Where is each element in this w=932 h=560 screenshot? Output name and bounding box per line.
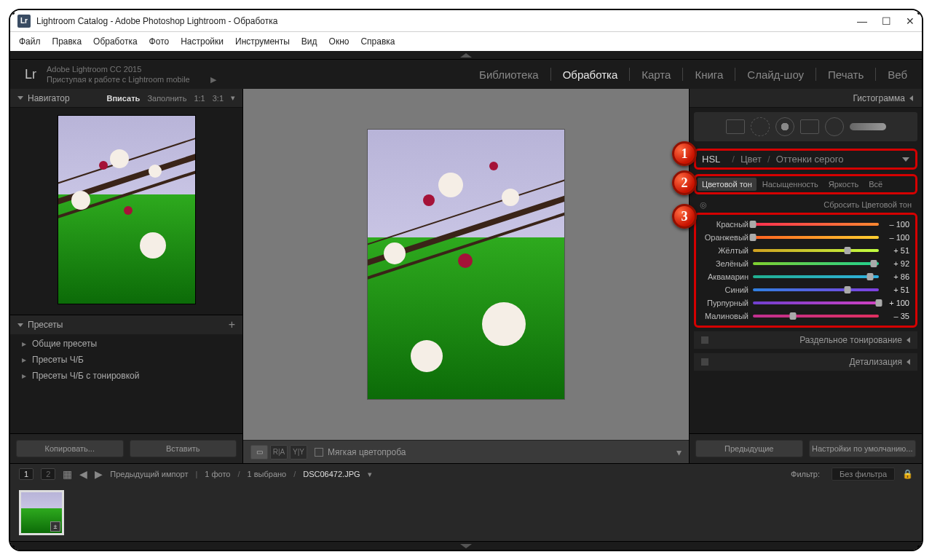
canvas-toolbar: ▭ R|A Y|Y Мягкая цветопроба ▾ — [243, 440, 689, 463]
filmstrip-thumbnail[interactable]: ± — [19, 490, 64, 535]
module-develop[interactable]: Обработка — [563, 68, 618, 81]
menu-settings[interactable]: Настройки — [181, 36, 224, 47]
app-icon: Lr — [17, 15, 31, 28]
crop-tool[interactable] — [726, 119, 745, 134]
add-preset-button[interactable]: + — [229, 318, 235, 331]
menu-file[interactable]: Файл — [19, 36, 41, 47]
softproof-checkbox[interactable]: Мягкая цветопроба — [315, 447, 406, 457]
slider-green[interactable] — [753, 262, 879, 265]
slider-yellow[interactable] — [753, 249, 879, 252]
collapse-icon — [909, 95, 913, 101]
panel-detail[interactable]: Детализация — [694, 353, 917, 371]
subtab-luminance[interactable]: Яркость — [824, 178, 863, 191]
menu-bar: Файл Правка Обработка Фото Настройки Инс… — [10, 32, 922, 51]
copy-button[interactable]: Копировать... — [16, 440, 124, 457]
navigator-fill[interactable]: Заполнить — [147, 94, 186, 103]
hue-sliders-group: Красный– 100 Оранжевый– 100 Жёлтый+ 51 З… — [694, 213, 917, 328]
play-icon[interactable]: ▶ — [210, 75, 216, 84]
navigator-header[interactable]: Навигатор Вписать Заполнить 1:1 3:1 ▾ — [10, 89, 242, 108]
slider-blue[interactable] — [753, 288, 879, 291]
tool-strip — [694, 112, 917, 141]
filter-select[interactable]: Без фильтра — [832, 468, 895, 481]
subtab-hue[interactable]: Цветовой тон — [698, 178, 757, 191]
graduated-tool[interactable] — [800, 119, 819, 134]
navigator-preview[interactable] — [58, 115, 196, 304]
spot-tool[interactable] — [751, 117, 770, 136]
redeye-tool[interactable] — [775, 117, 794, 136]
nav-forward-icon[interactable]: ▶ — [95, 468, 103, 480]
preset-folder[interactable]: Пресеты Ч/Б — [10, 352, 242, 368]
header-line2[interactable]: Приступая к работе с Lightroom mobile — [47, 75, 190, 84]
bottom-panel-handle[interactable] — [10, 541, 922, 550]
preset-folder[interactable]: Общие пресеты — [10, 336, 242, 352]
menu-tools[interactable]: Инструменты — [235, 36, 290, 47]
navigator-3to1[interactable]: 3:1 — [213, 94, 224, 103]
radial-tool[interactable] — [825, 117, 844, 136]
top-panel-handle[interactable] — [10, 51, 922, 60]
reset-settings-button[interactable]: Настройки по умолчанию... — [809, 440, 917, 457]
module-header: Lr Adobe Lightroom CC 2015 Приступая к р… — [10, 60, 922, 89]
annotation-badge-1: 1 — [672, 141, 697, 166]
photo-count: 1 фото — [205, 470, 230, 478]
navigator-zoom-dropdown[interactable]: ▾ — [231, 93, 235, 103]
close-button[interactable]: ✕ — [906, 15, 915, 27]
window-titlebar: Lr Lightroom Catalog - Adobe Photoshop L… — [10, 10, 922, 32]
menu-help[interactable]: Справка — [360, 36, 395, 47]
hsl-subtabs: Цветовой тон Насыщенность Яркость Всё — [694, 174, 917, 194]
slider-red[interactable] — [753, 223, 879, 226]
slider-magenta[interactable] — [753, 315, 879, 318]
chevron-down-icon — [902, 157, 909, 162]
module-map[interactable]: Карта — [641, 68, 671, 81]
module-book[interactable]: Книга — [695, 68, 723, 81]
canvas-area[interactable] — [243, 89, 689, 440]
header-line1: Adobe Lightroom CC 2015 — [47, 64, 216, 74]
before-after-lr-icon[interactable]: R|A — [270, 445, 288, 460]
filename-label[interactable]: DSC06472.JPG — [303, 470, 360, 478]
secondary-display-button[interactable]: 2 — [41, 468, 55, 480]
module-slideshow[interactable]: Слайд-шоу — [747, 68, 804, 81]
navigator-1to1[interactable]: 1:1 — [194, 94, 205, 103]
menu-develop[interactable]: Обработка — [93, 36, 138, 47]
slider-aqua[interactable] — [753, 275, 879, 278]
preset-folder[interactable]: Пресеты Ч/Б с тонировкой — [10, 368, 242, 384]
hsl-panel-header[interactable]: HSL / Цвет / Оттенки серого — [694, 149, 917, 170]
menu-window[interactable]: Окно — [329, 36, 350, 47]
slider-purple[interactable] — [753, 301, 879, 304]
photo-preview — [368, 130, 564, 399]
lr-logo: Lr — [25, 67, 36, 82]
menu-view[interactable]: Вид — [301, 36, 317, 47]
subtab-saturation[interactable]: Насыщенность — [758, 178, 823, 191]
filter-label: Фильтр: — [791, 470, 820, 478]
loupe-view-icon[interactable]: ▭ — [250, 445, 268, 460]
presets-header[interactable]: Пресеты + — [10, 315, 242, 334]
selected-count: 1 выбрано — [248, 470, 287, 478]
primary-display-button[interactable]: 1 — [19, 468, 33, 480]
reset-hue-button[interactable]: Сбросить Цветовой тон — [824, 200, 912, 209]
develop-badge-icon: ± — [50, 521, 60, 532]
source-label[interactable]: Предыдущий импорт — [110, 470, 188, 478]
menu-photo[interactable]: Фото — [149, 36, 170, 47]
maximize-button[interactable]: ☐ — [882, 15, 891, 27]
module-print[interactable]: Печать — [828, 68, 864, 81]
grid-view-icon[interactable]: ▦ — [63, 468, 72, 480]
slider-orange[interactable] — [753, 236, 879, 239]
lock-icon[interactable]: 🔒 — [902, 469, 913, 479]
annotation-badge-2: 2 — [672, 170, 697, 195]
minimize-button[interactable]: — — [857, 15, 867, 27]
paste-button[interactable]: Вставить — [130, 440, 237, 457]
annotation-badge-3: 3 — [672, 204, 697, 229]
menu-edit[interactable]: Правка — [52, 36, 82, 47]
panel-split-toning[interactable]: Раздельное тонирование — [694, 331, 917, 349]
toolbar-dropdown[interactable]: ▾ — [676, 446, 682, 458]
module-web[interactable]: Веб — [888, 68, 907, 81]
target-adjust-icon[interactable]: ◎ — [700, 200, 707, 210]
navigator-fit[interactable]: Вписать — [107, 94, 141, 103]
navigator-title: Навигатор — [28, 93, 70, 103]
nav-back-icon[interactable]: ◀ — [79, 468, 87, 480]
brush-tool[interactable] — [850, 123, 886, 130]
previous-button[interactable]: Предыдущие — [695, 440, 803, 457]
subtab-all[interactable]: Всё — [864, 178, 887, 191]
before-after-yy-icon[interactable]: Y|Y — [290, 445, 307, 460]
module-library[interactable]: Библиотека — [479, 68, 539, 81]
histogram-header[interactable]: Гистограмма — [690, 89, 922, 108]
